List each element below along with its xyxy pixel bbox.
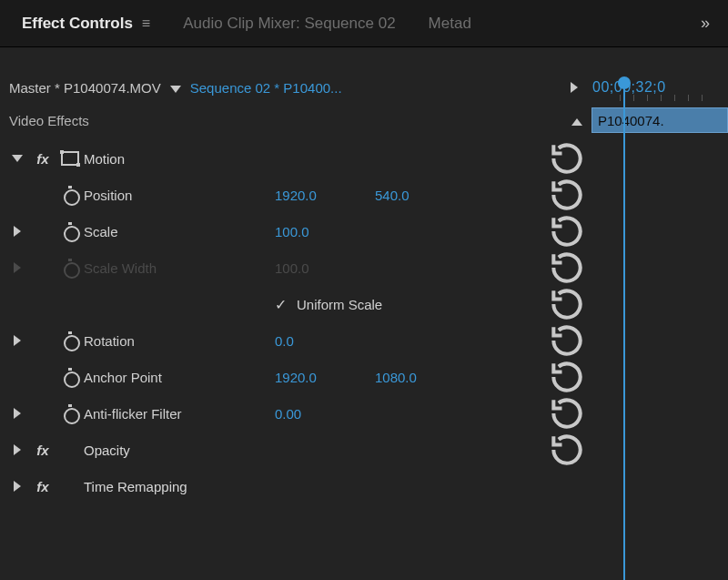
property-label: Scale Width [84,260,275,276]
expand-icon[interactable] [5,226,29,237]
section-collapse-icon[interactable] [562,113,592,128]
property-label: Anchor Point [84,370,275,385]
panel-tabbar: Effect Controls ≡ Audio Clip Mixer: Sequ… [0,0,728,47]
reset-button[interactable] [547,357,587,397]
tab-label: Effect Controls [22,15,133,33]
clip-chip-label: P1040074. [598,113,664,128]
video-effects-section: Video Effects P1040074. [0,104,728,137]
tab-overflow-icon[interactable]: » [688,14,723,33]
reset-button[interactable] [547,430,587,470]
fx-badge-icon[interactable]: fx [29,151,56,167]
stopwatch-icon[interactable] [56,332,84,349]
rotation-value[interactable]: 0.0 [275,333,375,349]
reset-button[interactable] [547,284,587,324]
playhead-line [623,89,625,580]
property-position: Position 1920.0 540.0 [0,177,728,213]
playhead-marker-icon[interactable] [618,76,631,89]
reset-button[interactable] [547,248,587,288]
expand-icon[interactable] [5,408,29,419]
property-list: fx Motion Position 1920.0 540.0 Scale 10… [0,137,728,504]
property-label: Position [84,188,275,203]
property-scale-width: Scale Width 100.0 [0,249,728,286]
stopwatch-icon[interactable] [56,369,84,385]
tab-metadata[interactable]: Metad [412,4,488,44]
source-row: Master * P1040074.MOV Sequence 02 * P104… [0,71,728,104]
effect-motion[interactable]: fx Motion [0,140,728,177]
panel-menu-icon[interactable]: ≡ [142,15,150,32]
property-uniform-scale: ✓ Uniform Scale [0,286,728,322]
property-scale: Scale 100.0 [0,213,728,249]
position-x-value[interactable]: 1920.0 [275,188,375,203]
expand-icon[interactable] [5,481,29,492]
reset-button[interactable] [547,138,587,178]
reset-button[interactable] [547,393,587,433]
effect-label: Time Remapping [84,479,275,494]
tab-effect-controls[interactable]: Effect Controls ≡ [5,4,167,44]
effect-opacity[interactable]: fx Opacity [0,432,728,468]
tab-audio-clip-mixer[interactable]: Audio Clip Mixer: Sequence 02 [167,4,411,44]
mask-icon[interactable] [56,151,84,166]
effect-label: Motion [84,151,275,167]
stopwatch-icon[interactable] [56,187,84,203]
uniform-scale-label: Uniform Scale [297,297,397,312]
reset-button[interactable] [547,175,587,215]
master-clip-label[interactable]: Master * P1040074.MOV [9,80,161,96]
section-title: Video Effects [9,113,562,128]
stopwatch-icon[interactable] [56,223,84,239]
tab-label: Metad [429,15,471,33]
effect-time-remapping[interactable]: fx Time Remapping [0,468,728,504]
antiflicker-value[interactable]: 0.00 [275,406,375,422]
property-rotation: Rotation 0.0 [0,322,728,359]
expand-icon[interactable] [5,335,29,346]
timeline-ticks [587,95,728,102]
stopwatch-icon[interactable] [56,405,84,422]
tab-label: Audio Clip Mixer: Sequence 02 [183,15,395,33]
anchor-x-value[interactable]: 1920.0 [275,370,375,385]
fx-badge-icon[interactable]: fx [29,479,56,494]
property-label: Anti-flicker Filter [84,406,275,422]
anchor-y-value[interactable]: 1080.0 [375,370,475,385]
reset-button[interactable] [547,321,587,361]
stopwatch-icon [56,259,84,276]
position-y-value[interactable]: 540.0 [375,188,475,203]
sequence-clip-label[interactable]: Sequence 02 * P10400... [190,80,342,96]
play-icon[interactable] [561,80,587,96]
reset-button[interactable] [547,211,587,251]
property-anti-flicker: Anti-flicker Filter 0.00 [0,395,728,432]
effect-label: Opacity [84,443,275,458]
clip-chip[interactable]: P1040074. [592,107,728,133]
property-label: Scale [84,224,275,239]
scale-width-value: 100.0 [275,260,375,276]
source-dropdown-icon[interactable] [170,80,181,96]
fx-badge-icon[interactable]: fx [29,443,56,458]
scale-value[interactable]: 100.0 [275,224,375,239]
expand-icon [5,262,29,273]
property-label: Rotation [84,333,275,349]
mini-timeline[interactable]: 00;00;32;0 [587,71,728,104]
expand-icon[interactable] [5,155,29,162]
expand-icon[interactable] [5,444,29,455]
uniform-scale-checkbox[interactable]: ✓ [275,296,297,313]
property-anchor-point: Anchor Point 1920.0 1080.0 [0,359,728,395]
